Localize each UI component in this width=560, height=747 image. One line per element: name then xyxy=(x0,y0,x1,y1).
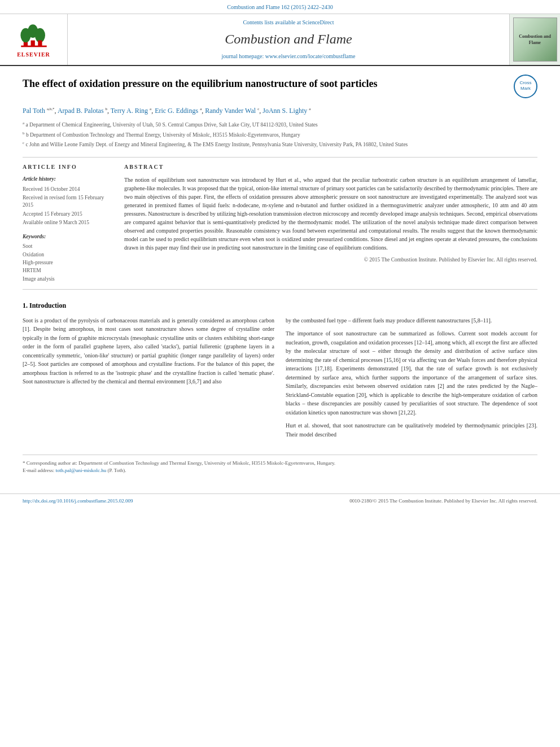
keywords-section: Keywords: Soot Oxidation High-pressure H… xyxy=(23,233,113,283)
svg-point-3 xyxy=(34,28,45,42)
received-date: Received 16 October 2014 xyxy=(23,186,113,193)
intro-para-4: Hurt et al. showed, that soot nanostruct… xyxy=(286,421,537,439)
author-randy[interactable]: Randy Vander Wal xyxy=(205,107,256,115)
revised-date: Received in revised form 15 February 201… xyxy=(23,194,113,209)
email-note: E-mail address: toth.pal@uni-miskolc.hu … xyxy=(23,467,537,474)
elsevier-tree-icon xyxy=(17,21,51,49)
article-title: The effect of oxidation pressure on the … xyxy=(23,77,508,90)
main-content: The effect of oxidation pressure on the … xyxy=(0,66,560,485)
intro-right-column: by the combusted fuel type – different f… xyxy=(286,316,537,444)
journal-cover-image: Combustion and Flame xyxy=(513,18,557,62)
article-history: Article history: Received 16 October 201… xyxy=(23,176,113,226)
journal-reference-bar: Combustion and Flame 162 (2015) 2422–243… xyxy=(0,0,560,14)
email-label: E-mail address: xyxy=(23,468,55,473)
svg-text:Cross: Cross xyxy=(520,80,532,85)
keyword-oxidation: Oxidation xyxy=(23,251,113,259)
author-arpad[interactable]: Arpad B. Palotas xyxy=(58,107,104,115)
keyword-hrtem: HRTEM xyxy=(23,267,113,274)
footer-bar: http://dx.doi.org/10.1016/j.combustflame… xyxy=(0,493,560,508)
intro-para-1: Soot is a product of the pyrolysis of ca… xyxy=(23,316,274,386)
accepted-date: Accepted 15 February 2015 xyxy=(23,211,113,218)
introduction-heading: 1. Introduction xyxy=(23,301,537,311)
abstract-heading: ABSTRACT xyxy=(124,163,537,171)
affiliation-a: a a Department of Chemical Engineering, … xyxy=(23,120,537,129)
author-eric[interactable]: Eric G. Eddings xyxy=(155,107,198,115)
science-direct-brand[interactable]: ScienceDirect xyxy=(302,19,334,25)
authors-line: Pal Toth a,b,*, Arpad B. Palotas b, Terr… xyxy=(23,106,537,116)
header-divider xyxy=(23,157,537,158)
affiliations: a a Department of Chemical Engineering, … xyxy=(23,120,537,148)
keywords-label: Keywords: xyxy=(23,233,113,241)
crossmark-badge[interactable]: Cross Mark xyxy=(514,75,537,101)
corresponding-author-note: * Corresponding author at: Department of… xyxy=(23,460,537,467)
homepage-label-text: journal homepage: xyxy=(221,53,265,59)
email-link[interactable]: toth.pal@uni-miskolc.hu xyxy=(55,468,106,473)
journal-header-center: Contents lists available at ScienceDirec… xyxy=(68,14,509,65)
elsevier-logo: ELSEVIER xyxy=(0,14,68,65)
science-direct-text: Contents lists available at xyxy=(243,19,302,25)
abstract-text: The notion of equilibrium soot nanostruc… xyxy=(124,176,537,252)
journal-thumb-title: Combustion and Flame xyxy=(516,33,554,46)
copyright-line: © 2015 The Combustion Institute. Publish… xyxy=(124,256,537,264)
abstract-divider xyxy=(23,289,537,290)
journal-thumbnail: Combustion and Flame xyxy=(509,14,560,65)
journal-header: ELSEVIER Contents lists available at Sci… xyxy=(0,14,560,66)
keyword-soot: Soot xyxy=(23,243,113,250)
abstract-column: ABSTRACT The notion of equilibrium soot … xyxy=(124,163,537,283)
article-info-column: ARTICLE INFO Article history: Received 1… xyxy=(23,163,113,283)
journal-homepage: journal homepage: www.elsevier.com/locat… xyxy=(221,53,355,60)
homepage-url[interactable]: www.elsevier.com/locate/combustflame xyxy=(265,53,356,59)
author-pal-toth[interactable]: Pal Toth xyxy=(23,107,45,115)
footnote-section: * Corresponding author at: Department of… xyxy=(23,455,537,474)
email-person: (P. Toth). xyxy=(108,468,126,473)
journal-ref-text: Combustion and Flame 162 (2015) 2422–243… xyxy=(227,4,333,10)
article-info-heading: ARTICLE INFO xyxy=(23,163,113,171)
article-info-abstract-section: ARTICLE INFO Article history: Received 1… xyxy=(23,163,537,283)
introduction-section: 1. Introduction Soot is a product of the… xyxy=(23,301,537,443)
keyword-high-pressure: High-pressure xyxy=(23,259,113,267)
intro-para-3: The importance of soot nanostructure can… xyxy=(286,329,537,417)
svg-text:Mark: Mark xyxy=(520,86,531,91)
journal-title: Combustion and Flame xyxy=(225,30,352,49)
crossmark-icon: Cross Mark xyxy=(514,75,537,98)
science-direct-link[interactable]: Contents lists available at ScienceDirec… xyxy=(243,19,334,27)
keyword-image-analysis: Image analysis xyxy=(23,276,113,283)
elsevier-label: ELSEVIER xyxy=(17,51,50,59)
affiliation-c: c c John and Willie Leone Family Dept. o… xyxy=(23,140,537,148)
author-joann[interactable]: JoAnn S. Lighty xyxy=(262,107,307,115)
introduction-columns: Soot is a product of the pyrolysis of ca… xyxy=(23,316,537,444)
intro-left-column: Soot is a product of the pyrolysis of ca… xyxy=(23,316,274,444)
intro-para-2: by the combusted fuel type – different f… xyxy=(286,316,537,325)
online-date: Available online 9 March 2015 xyxy=(23,219,113,226)
issn-text: 0010-2180/© 2015 The Combustion Institut… xyxy=(349,497,537,505)
author-terry[interactable]: Terry A. Ring xyxy=(111,107,148,115)
doi-link[interactable]: http://dx.doi.org/10.1016/j.combustflame… xyxy=(23,497,133,505)
history-label: Article history: xyxy=(23,176,113,183)
affiliation-b: b b Department of Combustion Technology … xyxy=(23,130,537,139)
svg-rect-6 xyxy=(21,45,46,47)
